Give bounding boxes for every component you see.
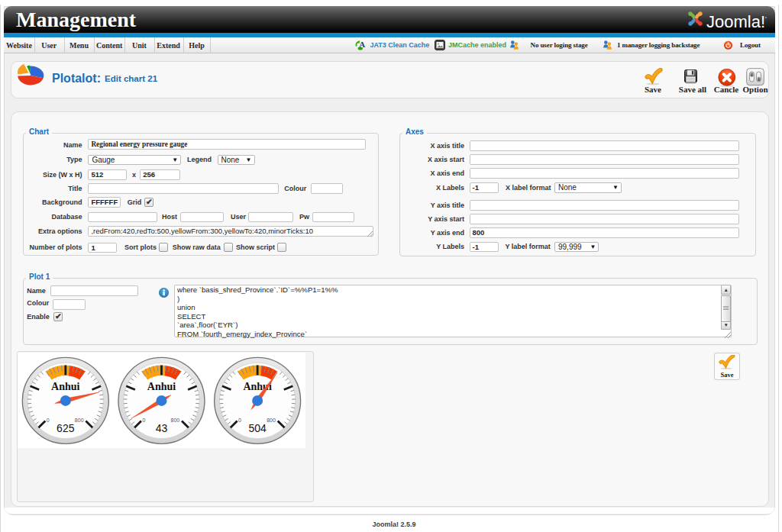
svg-text:Anhui: Anhui bbox=[51, 381, 79, 392]
svg-text:800: 800 bbox=[75, 418, 84, 423]
svg-text:625: 625 bbox=[57, 422, 75, 434]
svg-text:0: 0 bbox=[238, 418, 241, 423]
svg-text:800: 800 bbox=[171, 418, 180, 423]
svg-text:504: 504 bbox=[249, 422, 267, 434]
svg-text:43: 43 bbox=[156, 422, 168, 434]
svg-text:800: 800 bbox=[267, 418, 276, 423]
svg-text:0: 0 bbox=[47, 418, 50, 423]
svg-text:Anhui: Anhui bbox=[147, 381, 176, 392]
svg-text:A: A bbox=[359, 40, 365, 49]
svg-text:0: 0 bbox=[143, 418, 146, 423]
